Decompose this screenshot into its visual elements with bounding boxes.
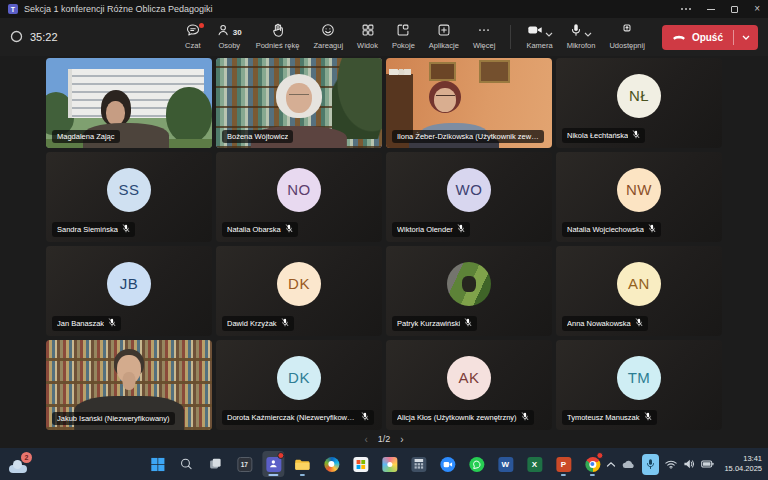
participant-tile[interactable]: Ilona Żeber-Dzikowska (Użytkownik zewnę.… xyxy=(386,58,552,148)
notification-dot xyxy=(596,452,603,459)
meeting-timer: 35:22 xyxy=(30,31,58,43)
meeting-status-ring-icon xyxy=(10,30,23,45)
minimize-button[interactable] xyxy=(707,9,715,10)
react-icon xyxy=(321,23,335,41)
participant-grid: Magdalena ZającBożena WójtowiczIlona Żeb… xyxy=(46,58,722,430)
avatar-initials: DK xyxy=(277,262,321,306)
participant-tile[interactable]: JBJan Banaszak xyxy=(46,246,212,336)
mic-off-icon xyxy=(457,224,465,235)
toolbar-raise-hand-button[interactable]: Podnieś rękę xyxy=(249,22,307,52)
toolbar-view-button[interactable]: Widok xyxy=(350,22,385,52)
participant-tile[interactable]: AKAlicja Kłos (Użytkownik zewnętrzny) xyxy=(386,340,552,430)
avatar-initials: NŁ xyxy=(617,74,661,118)
participant-tile[interactable]: DKDorota Kaźmierczak (Niezweryfikowan... xyxy=(216,340,382,430)
participant-tile[interactable]: Bożena Wójtowicz xyxy=(216,58,382,148)
avatar-initials: AK xyxy=(447,356,491,400)
rooms-icon xyxy=(396,23,410,41)
participant-tile[interactable]: ANAnna Nowakowska xyxy=(556,246,722,336)
microsoft-store-icon[interactable] xyxy=(349,451,371,477)
toolbar-button-label: Czat xyxy=(185,41,200,50)
participant-tile[interactable]: DKDawid Krzyżak xyxy=(216,246,382,336)
widget-icon[interactable]: 17 xyxy=(233,451,255,477)
toolbar-apps-button[interactable]: Aplikacje xyxy=(422,22,466,52)
page-prev-chevron[interactable]: ‹ xyxy=(364,434,367,445)
participant-tile[interactable]: TMTymoteusz Manuszak xyxy=(556,340,722,430)
toolbar-button-label: Aplikacje xyxy=(429,41,459,50)
participant-name-pill: Ilona Żeber-Dzikowska (Użytkownik zewnę.… xyxy=(392,130,544,143)
participant-name-pill: Natalia Wojciechowska xyxy=(562,222,661,237)
participant-tile[interactable]: WOWiktoria Olender xyxy=(386,152,552,242)
active-microphone-indicator[interactable] xyxy=(642,454,659,475)
weather-widget[interactable]: 2 xyxy=(8,452,32,476)
powerpoint-icon[interactable]: P xyxy=(552,451,574,477)
word-icon[interactable]: W xyxy=(494,451,516,477)
maximize-button[interactable] xyxy=(731,6,738,13)
participant-name-pill: Natalia Obarska xyxy=(222,222,298,237)
toolbar-microphone-button[interactable]: Mikrofon xyxy=(560,22,603,52)
toolbar-button-label: Zareaguj xyxy=(313,41,343,50)
task-view-button[interactable] xyxy=(204,451,226,477)
toolbar-more-button[interactable]: Więcej xyxy=(466,22,503,52)
close-button[interactable]: × xyxy=(754,4,760,14)
phone-down-icon xyxy=(672,32,686,42)
titlebar-more-icon[interactable] xyxy=(681,8,691,10)
participant-tile[interactable]: SSSandra Siemińska xyxy=(46,152,212,242)
toolbar-button-label: Więcej xyxy=(473,41,496,50)
meeting-stage: Magdalena ZającBożena WójtowiczIlona Żeb… xyxy=(0,56,768,448)
mic-off-icon xyxy=(521,412,529,423)
title-bar: T Sekcja 1 konferencji Różne Oblicza Ped… xyxy=(0,0,768,18)
volume-icon[interactable] xyxy=(683,459,695,469)
leave-button[interactable]: Opuść xyxy=(662,25,758,50)
toolbar-share-button[interactable]: Udostępnij xyxy=(602,22,651,52)
participant-name: Wiktoria Olender xyxy=(397,225,453,234)
wifi-icon[interactable] xyxy=(665,460,677,469)
clock-time: 13:41 xyxy=(724,454,762,464)
participant-name: Jan Banaszak xyxy=(57,319,104,328)
toolbar-camera-button[interactable]: Kamera xyxy=(519,22,559,52)
page-next-chevron[interactable]: › xyxy=(400,434,403,445)
avatar-initials: JB xyxy=(107,262,151,306)
participant-tile[interactable]: NŁNikola Łechtańska xyxy=(556,58,722,148)
mic-off-icon xyxy=(285,224,293,235)
leave-options-chevron[interactable] xyxy=(734,35,758,40)
microphone-chevron-icon[interactable] xyxy=(584,23,592,41)
copilot-icon[interactable] xyxy=(320,451,342,477)
mic-off-icon xyxy=(122,224,130,235)
toolbar-people-button[interactable]: 30Osoby xyxy=(210,22,249,52)
participant-name-pill: Bożena Wójtowicz xyxy=(222,130,293,143)
chrome-icon[interactable] xyxy=(581,451,603,477)
participant-tile[interactable]: NWNatalia Wojciechowska xyxy=(556,152,722,242)
leave-button-label: Opuść xyxy=(692,32,723,43)
battery-icon[interactable] xyxy=(701,460,714,468)
excel-icon[interactable]: X xyxy=(523,451,545,477)
participant-name-pill: Magdalena Zając xyxy=(52,130,120,143)
weather-cloud-icon xyxy=(9,465,27,473)
participant-tile[interactable]: Magdalena Zając xyxy=(46,58,212,148)
calculator-icon[interactable] xyxy=(407,451,429,477)
camera-chevron-icon[interactable] xyxy=(545,23,553,41)
toolbar-rooms-button[interactable]: Pokoje xyxy=(385,22,422,52)
participant-name: Bożena Wójtowicz xyxy=(227,132,288,141)
taskbar-clock[interactable]: 13:41 15.04.2025 xyxy=(724,454,762,474)
toolbar-button-label: Osoby xyxy=(218,41,240,50)
start-button[interactable] xyxy=(146,451,168,477)
teams-app-icon[interactable] xyxy=(262,451,284,477)
toolbar-chat-button[interactable]: Czat xyxy=(176,22,210,52)
photos-icon[interactable] xyxy=(378,451,400,477)
search-button[interactable] xyxy=(175,451,197,477)
participant-name: Natalia Wojciechowska xyxy=(567,225,644,234)
file-explorer-icon[interactable] xyxy=(291,451,313,477)
participant-tile[interactable]: Jakub Isański (Niezweryfikowany) xyxy=(46,340,212,430)
avatar-initials: NO xyxy=(277,168,321,212)
toolbar-react-button[interactable]: Zareaguj xyxy=(306,22,350,52)
participant-tile[interactable]: Patryk Kurzawiński xyxy=(386,246,552,336)
participant-tile[interactable]: NONatalia Obarska xyxy=(216,152,382,242)
participant-name-pill: Alicja Kłos (Użytkownik zewnętrzny) xyxy=(392,410,534,425)
tray-chevron-up-icon[interactable] xyxy=(606,461,616,468)
zoom-app-icon[interactable] xyxy=(436,451,458,477)
whatsapp-icon[interactable] xyxy=(465,451,487,477)
onedrive-icon[interactable] xyxy=(622,460,636,469)
toolbar-button-label: Mikrofon xyxy=(567,41,596,50)
avatar-initials: AN xyxy=(617,262,661,306)
participant-name: Ilona Żeber-Dzikowska (Użytkownik zewnę.… xyxy=(397,132,539,141)
